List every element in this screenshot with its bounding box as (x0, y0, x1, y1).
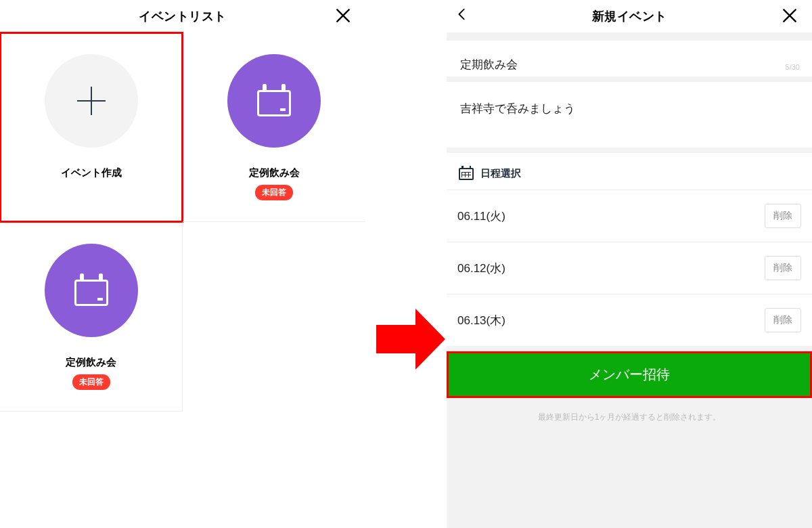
char-counter: 5/30 (786, 63, 800, 71)
delete-date-button[interactable]: 削除 (765, 204, 801, 228)
date-text: 06.12(水) (457, 261, 765, 276)
event-desc-value: 吉祥寺で呑みましょう (460, 102, 575, 115)
event-tile[interactable]: 定例飲み会 未回答 (183, 32, 365, 222)
create-event-tile[interactable]: イベント作成 (0, 32, 183, 222)
event-title-value: 定期飲み会 (460, 58, 518, 71)
footnote: 最終更新日から1ヶ月が経過すると削除されます。 (447, 398, 812, 437)
event-circle (45, 244, 138, 337)
event-grid: イベント作成 定例飲み会 未回答 定例飲み会 未回答 (0, 32, 365, 412)
date-section-label: 日程選択 (480, 167, 521, 180)
empty-tile (183, 222, 365, 412)
calendar-icon (257, 85, 291, 116)
date-text: 06.13(木) (457, 313, 765, 328)
invite-members-button[interactable]: メンバー招待 (447, 351, 812, 398)
date-selection-section: 日程選択 06.11(火) 削除 06.12(水) 削除 06.13(木) 削除 (447, 153, 812, 346)
tile-label: 定例飲み会 (249, 167, 300, 179)
event-desc-input[interactable]: 吉祥寺で呑みましょう (447, 82, 812, 148)
close-icon[interactable] (781, 7, 800, 26)
invite-section: メンバー招待 (447, 351, 812, 398)
date-row: 06.12(水) 削除 (447, 242, 812, 294)
calendar-mini-icon (459, 167, 474, 180)
new-event-header: 新規イベント (447, 0, 812, 32)
event-title-input[interactable]: 定期飲み会 5/30 (447, 41, 812, 76)
date-text: 06.11(火) (457, 208, 765, 224)
event-tile[interactable]: 定例飲み会 未回答 (0, 222, 183, 412)
event-list-screen: イベントリスト イベント作成 定例飲み会 未回答 (0, 0, 365, 528)
page-title: 新規イベント (592, 8, 667, 24)
page-title: イベントリスト (139, 8, 227, 24)
close-icon[interactable] (334, 7, 353, 26)
event-list-header: イベントリスト (0, 0, 365, 32)
date-row: 06.11(火) 削除 (447, 190, 812, 242)
delete-date-button[interactable]: 削除 (765, 308, 801, 332)
calendar-icon (74, 275, 108, 306)
status-badge: 未回答 (72, 374, 110, 390)
delete-date-button[interactable]: 削除 (765, 256, 801, 280)
tile-label: イベント作成 (61, 167, 122, 179)
back-icon[interactable] (455, 7, 474, 26)
new-event-screen: 新規イベント 定期飲み会 5/30 吉祥寺で呑みましょう 日程選択 06.11(… (447, 0, 812, 528)
date-section-header: 日程選択 (447, 153, 812, 190)
create-event-circle (45, 54, 138, 148)
status-badge: 未回答 (255, 185, 293, 200)
plus-icon (77, 87, 106, 115)
event-circle (227, 54, 321, 148)
date-row: 06.13(木) 削除 (447, 294, 812, 346)
tile-label: 定例飲み会 (66, 356, 116, 369)
